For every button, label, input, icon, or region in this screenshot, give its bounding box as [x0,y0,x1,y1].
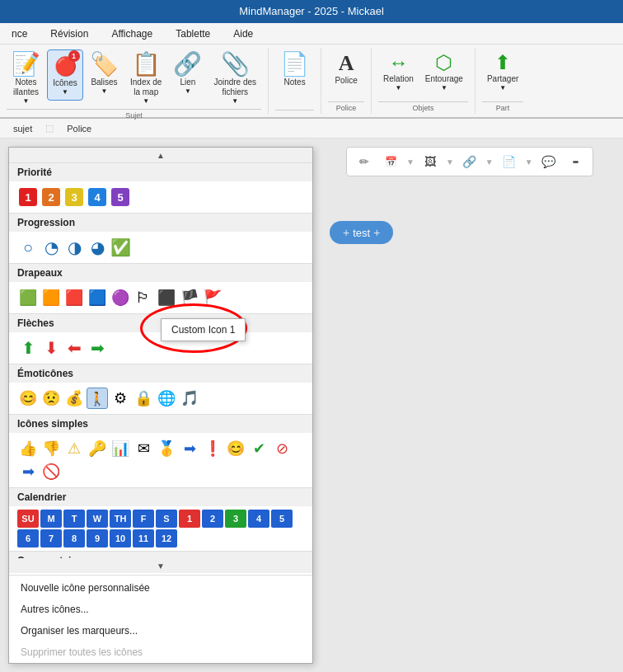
menu-aide[interactable]: Aide [228,26,258,41]
icones-button[interactable]: 🔴 1 Icônes ▼ [47,49,83,101]
icon-arrow-left[interactable]: ⬅ [63,337,85,359]
cal-7[interactable]: 7 [40,529,62,547]
toolbar-doc[interactable]: 📄 [499,151,520,172]
toolbar-pencil[interactable]: ✏ [354,151,375,172]
icon-prog-25[interactable]: ◔ [40,237,62,258]
icon-exclaim[interactable]: ❗ [202,438,223,459]
icon-prog-0[interactable]: ○ [17,237,39,258]
icon-emo-gear[interactable]: ⚙ [110,388,131,409]
lien-button[interactable]: 🔗 Lien ▼ [168,49,207,99]
entourage-button[interactable]: ⬡ Entourage ▼ [420,49,468,96]
icon-check2[interactable]: ✔ [248,438,269,459]
toolbar-calendar[interactable]: 📅 [380,151,401,172]
icon-arrow-up[interactable]: ⬆ [17,337,39,359]
tab-police[interactable]: Police [60,122,98,135]
icon-flag-blue[interactable]: 🟦 [87,287,108,308]
other-icons-item[interactable]: Autres icônes... [9,599,312,620]
cal-11[interactable]: 11 [133,529,154,547]
icon-emo-sad[interactable]: 😟 [40,388,62,409]
node-plus-right[interactable]: + [373,226,380,239]
icon-emo-person[interactable]: 🚶 [87,388,108,409]
organize-markers-item[interactable]: Organiser les marqueurs... [9,620,312,641]
menu-revision[interactable]: Révision [45,26,93,41]
icon-flag-orange[interactable]: 🟧 [40,287,62,308]
menu-nce[interactable]: nce [7,26,32,41]
notes2-button[interactable]: 📄 Notes [275,49,314,91]
mind-node[interactable]: + test + [330,221,393,244]
icon-emo-money[interactable]: 💰 [63,388,85,409]
menu-tablette[interactable]: Tablette [171,26,215,41]
toolbar-more[interactable]: ••• [564,151,586,172]
icon-emo-lock[interactable]: 🔒 [133,388,154,409]
icon-prog-100[interactable]: ✅ [110,237,131,258]
toolbar-comment[interactable]: 💬 [538,151,560,172]
cal-10[interactable]: 10 [110,529,131,547]
icon-flag-black[interactable]: ⬛ [156,287,177,308]
scroll-up-button[interactable]: ▲ [9,148,312,162]
police-button[interactable]: A Police [328,49,364,89]
menu-affichage[interactable]: Affichage [106,26,157,41]
cal-m[interactable]: M [40,510,62,528]
node-label: test [353,227,370,239]
icon-arrow-r3[interactable]: ➡ [17,461,39,482]
icon-flag-red[interactable]: 🟥 [63,287,85,308]
cal-2[interactable]: 2 [202,510,223,528]
icon-pri-2[interactable]: 2 [40,186,62,208]
icon-arrow-r2[interactable]: ➡ [179,438,200,459]
cal-4[interactable]: 4 [248,510,269,528]
cal-s[interactable]: S [156,510,177,528]
icon-email[interactable]: ✉ [133,438,154,459]
new-custom-icon-item[interactable]: Nouvelle icône personnalisée [9,577,312,599]
icon-key[interactable]: 🔑 [87,438,108,459]
icon-pri-1[interactable]: 1 [17,186,39,208]
icon-no[interactable]: ⊘ [271,438,293,459]
cal-5[interactable]: 5 [271,510,293,528]
index-button[interactable]: 📋 Index dela map ▼ [125,49,166,109]
node-plus-left[interactable]: + [343,226,349,239]
joindre-button[interactable]: 📎 Joindre desfichiers ▼ [208,49,261,109]
icon-emo-globe[interactable]: 🌐 [156,388,177,409]
icon-prog-75[interactable]: ◕ [87,237,108,258]
icon-no2[interactable]: 🚫 [40,461,62,482]
scroll-down-button[interactable]: ▼ [9,558,312,573]
icon-flag-extra[interactable]: 🚩 [202,287,223,308]
icon-warning[interactable]: ⚠ [63,438,85,459]
icon-arrow-right[interactable]: ➡ [87,337,108,359]
dropdown-scroll-area[interactable]: Priorité 1 2 3 4 5 Progression ○ ◔ ◑ ◕ ✅… [9,162,312,558]
icon-prog-50[interactable]: ◑ [63,237,85,258]
icon-flag-green[interactable]: 🟩 [17,287,39,308]
cal-12[interactable]: 12 [156,529,177,547]
icon-emo-music[interactable]: 🎵 [179,388,200,409]
icon-thumbup[interactable]: 👍 [17,438,39,459]
tab-sujet[interactable]: sujet [7,122,39,135]
icon-emo-smile[interactable]: 😊 [17,388,39,409]
icon-medal[interactable]: 🥇 [156,438,177,459]
cal-8[interactable]: 8 [63,529,85,547]
icon-pri-5[interactable]: 5 [110,186,131,208]
icon-smiley2[interactable]: 😊 [225,438,246,459]
relation-button[interactable]: ↔ Relation ▼ [378,49,419,96]
icon-arrow-down[interactable]: ⬇ [40,337,62,359]
cal-3[interactable]: 3 [225,510,246,528]
icon-pri-3[interactable]: 3 [63,186,85,208]
cal-9[interactable]: 9 [87,529,108,547]
cal-t[interactable]: T [63,510,85,528]
icon-pri-4[interactable]: 4 [87,186,108,208]
toolbar-image[interactable]: 🖼 [419,151,441,172]
delete-all-icons-item[interactable]: Supprimer toutes les icônes [9,641,312,663]
icon-flag-white[interactable]: 🏳 [133,287,154,308]
cal-w[interactable]: W [87,510,108,528]
icon-chart[interactable]: 📊 [110,438,131,459]
cal-6[interactable]: 6 [17,529,39,547]
icon-thumbdown[interactable]: 👎 [40,438,62,459]
toolbar-link[interactable]: 🔗 [459,151,480,172]
icon-flag-dark[interactable]: 🏴 [179,287,200,308]
notes-button[interactable]: 📝 Notesillantes ▼ [7,49,45,109]
balises-button[interactable]: 🏷️ Balises ▼ [85,49,124,99]
cal-f[interactable]: F [133,510,154,528]
cal-su[interactable]: SU [17,510,39,528]
icon-flag-purple[interactable]: 🟣 [110,287,131,308]
partager-button[interactable]: ⬆ Partager ▼ [482,49,523,96]
cal-th[interactable]: TH [110,510,131,528]
cal-1[interactable]: 1 [179,510,200,528]
